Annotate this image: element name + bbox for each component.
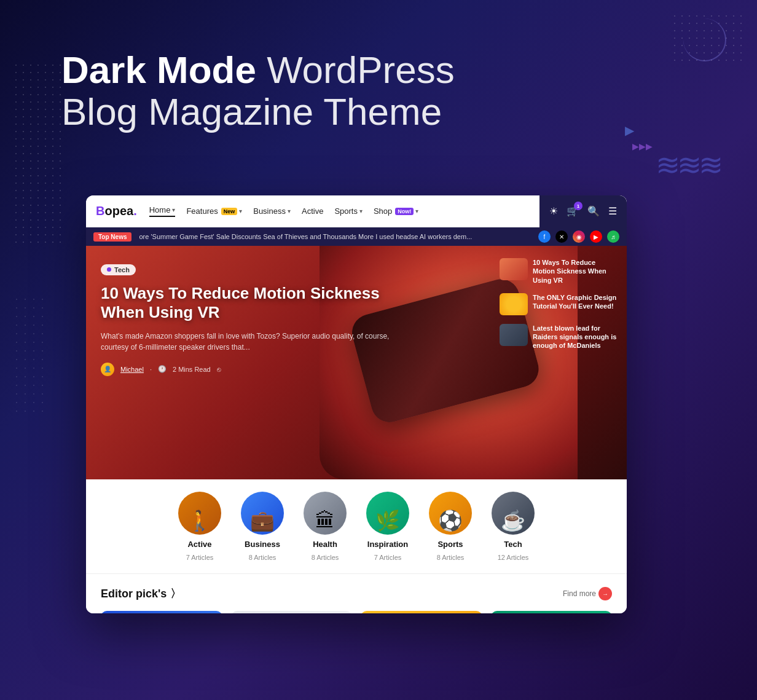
side-article-title-2: The ONLY Graphic Design Tutorial You'll …	[533, 293, 619, 311]
cat-name-active: Active	[187, 540, 211, 549]
cat-count-inspiration: 7 Articles	[374, 554, 402, 561]
editor-picks-label: Editor pick's	[101, 588, 167, 600]
category-business[interactable]: 💼 Business 8 Articles	[241, 492, 284, 561]
theme-toggle-icon[interactable]: ☀	[549, 205, 558, 217]
ticker-text: ore 'Summer Game Fest' Sale Discounts Se…	[139, 233, 531, 240]
social-spotify-icon[interactable]: ♬	[607, 230, 619, 243]
nav-home-chevron: ▾	[172, 206, 175, 213]
main-title-area: Dark Mode WordPress Blog Magazine Theme	[61, 49, 455, 133]
nav-shop-chevron: ▾	[415, 208, 418, 214]
hero-content: Tech 10 Ways To Reduce Motion Sickness W…	[86, 246, 418, 479]
side-article-title-3: Latest blown lead for Raiders signals en…	[533, 324, 619, 350]
cart-icon-wrap[interactable]: 🛒 1	[567, 205, 579, 217]
find-more-link[interactable]: Find more →	[563, 587, 612, 600]
ticker-bar: Top News ore 'Summer Game Fest' Sale Dis…	[86, 227, 627, 246]
cat-name-business: Business	[245, 540, 280, 549]
cart-count-badge: 1	[574, 202, 582, 210]
bg-chevrons-small: ▶▶▶	[632, 141, 653, 151]
category-health[interactable]: 🏛 Health 8 Articles	[304, 492, 347, 561]
nav-item-shop[interactable]: Shop Now! ▾	[374, 206, 418, 216]
cat-circle-inspiration: 🌿	[366, 492, 409, 535]
menu-icon[interactable]: ☰	[608, 205, 617, 217]
article-card-2[interactable]	[231, 611, 353, 613]
cat-name-inspiration: Inspiration	[367, 540, 408, 549]
hero-section: Tech 10 Ways To Reduce Motion Sickness W…	[86, 246, 627, 479]
nav-sports-label: Sports	[334, 206, 358, 216]
article-card-4[interactable]: 8.7	[491, 611, 613, 613]
nav-home-label: Home	[149, 205, 171, 214]
cat-count-health: 8 Articles	[312, 554, 339, 561]
cat-circle-tech: ☕	[492, 492, 535, 535]
article-card-1[interactable]	[101, 611, 222, 613]
logo-dot: .	[133, 204, 137, 218]
read-time: 2 Mins Read	[173, 366, 211, 373]
category-inspiration[interactable]: 🌿 Inspiration 7 Articles	[366, 492, 409, 561]
nav-items: Home ▾ Features New ▾ Business ▾ Active …	[149, 205, 539, 217]
cat-circle-business: 💼	[241, 492, 284, 535]
nav-active-label: Active	[302, 206, 323, 216]
hero-excerpt: What's made Amazon shoppers fall in love…	[101, 331, 403, 353]
logo-b: B	[96, 204, 104, 218]
nav-item-active[interactable]: Active	[302, 206, 323, 216]
social-youtube-icon[interactable]: ▶	[590, 230, 602, 243]
nav-right: ☀ 🛒 1 🔍 ☰	[539, 195, 627, 227]
side-thumb-3	[500, 324, 528, 346]
bg-dots-left	[12, 61, 61, 246]
bg-wave-decoration: ≋≋≋	[656, 147, 720, 182]
author-name[interactable]: Michael	[120, 366, 144, 373]
social-x-icon[interactable]: ✕	[555, 230, 568, 243]
categories-section: 🚶 Active 7 Articles 💼 Business 8 Article…	[86, 479, 627, 574]
bottom-section: Editor pick's 〉 Find more → 8.7	[86, 574, 627, 613]
ticker-label: Top News	[93, 232, 131, 242]
cat-count-sports: 8 Articles	[437, 554, 465, 561]
social-instagram-icon[interactable]: ◉	[573, 230, 585, 243]
cat-count-business: 8 Articles	[249, 554, 277, 561]
cat-circle-sports: ⚽	[429, 492, 472, 535]
category-active[interactable]: 🚶 Active 7 Articles	[178, 492, 221, 561]
author-avatar: 👤	[101, 363, 114, 376]
heading-regular: WordPress	[256, 49, 455, 91]
nav-shop-badge: Now!	[395, 208, 414, 215]
editor-picks-header: Editor pick's 〉 Find more →	[101, 586, 612, 601]
nav-item-features[interactable]: Features New ▾	[186, 206, 242, 216]
nav-features-badge: New	[221, 208, 238, 215]
cat-name-health: Health	[313, 540, 337, 549]
category-sports[interactable]: ⚽ Sports 8 Articles	[429, 492, 472, 561]
cat-count-tech: 12 Articles	[498, 554, 529, 561]
nav-item-sports[interactable]: Sports ▾	[334, 206, 363, 216]
editor-picks-chevron: 〉	[170, 586, 181, 601]
nav-shop-label: Shop	[374, 206, 392, 216]
site-logo[interactable]: Bopea.	[96, 204, 137, 218]
navbar: Bopea. Home ▾ Features New ▾ Business ▾ …	[86, 195, 627, 227]
find-more-arrow: →	[598, 587, 612, 600]
tech-badge-label: Tech	[114, 266, 130, 273]
article-card-3[interactable]	[361, 611, 482, 613]
category-tech[interactable]: ☕ Tech 12 Articles	[492, 492, 535, 561]
browser-mockup: Bopea. Home ▾ Features New ▾ Business ▾ …	[86, 195, 627, 613]
side-article-2[interactable]: The ONLY Graphic Design Tutorial You'll …	[500, 293, 619, 315]
side-thumb-2	[500, 293, 528, 315]
tech-badge: Tech	[101, 264, 136, 275]
sub-heading: Blog Magazine Theme	[61, 91, 455, 133]
side-article-title-1: 10 Ways To Reduce Motion Sickness When U…	[533, 258, 619, 285]
bg-dots-bottom-left	[12, 295, 49, 418]
side-article-3[interactable]: Latest blown lead for Raiders signals en…	[500, 324, 619, 350]
cat-circle-health: 🏛	[304, 492, 347, 535]
editor-picks-title: Editor pick's 〉	[101, 586, 181, 601]
cat-name-tech: Tech	[504, 540, 522, 549]
tech-dot	[107, 267, 111, 272]
main-heading: Dark Mode WordPress	[61, 49, 455, 91]
nav-item-home[interactable]: Home ▾	[149, 205, 176, 217]
nav-item-business[interactable]: Business ▾	[253, 206, 291, 216]
bg-chevron-right: ▶	[625, 123, 634, 138]
side-articles: 10 Ways To Reduce Motion Sickness When U…	[500, 258, 619, 350]
logo-rest: opea	[104, 204, 133, 218]
search-icon[interactable]: 🔍	[587, 205, 600, 217]
article-cards: 8.7	[101, 611, 612, 613]
nav-business-label: Business	[253, 206, 286, 216]
share-icon[interactable]: ⎋	[217, 366, 221, 373]
side-thumb-1	[500, 258, 528, 280]
side-article-1[interactable]: 10 Ways To Reduce Motion Sickness When U…	[500, 258, 619, 285]
social-facebook-icon[interactable]: f	[538, 230, 551, 243]
bg-circle-outline	[683, 18, 726, 61]
